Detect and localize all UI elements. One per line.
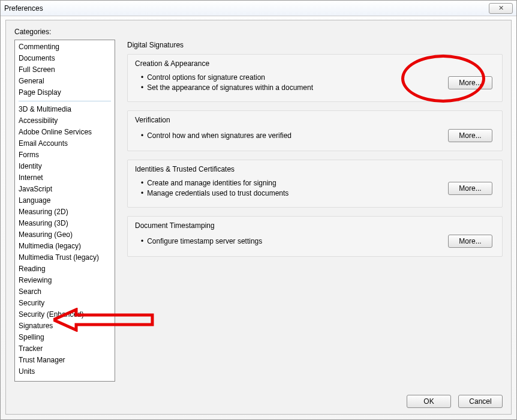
category-item[interactable]: Forms — [15, 149, 115, 161]
group-creation-appearance: Creation & Appearance Control options fo… — [127, 54, 503, 102]
category-item[interactable]: Trust Manager — [15, 355, 115, 366]
cancel-button[interactable]: Cancel — [458, 395, 503, 408]
category-item[interactable]: Tracker — [15, 343, 115, 355]
category-item[interactable]: 3D & Multimedia — [15, 104, 115, 115]
category-item[interactable]: Measuring (3D) — [15, 218, 115, 229]
category-item[interactable]: Multimedia Trust (legacy) — [15, 252, 115, 263]
category-item[interactable]: Internet — [15, 172, 115, 184]
category-item[interactable]: Identity — [15, 161, 115, 172]
window-title: Preferences — [4, 4, 43, 13]
settings-pane: Digital Signatures Creation & Appearance… — [127, 40, 503, 383]
category-item[interactable]: Units — [15, 366, 115, 377]
category-item[interactable]: Security (Enhanced) — [15, 309, 115, 320]
category-item[interactable]: Spelling — [15, 332, 115, 343]
group-bullets: Control options for signature creation S… — [135, 73, 441, 93]
category-item[interactable]: Email Accounts — [15, 138, 115, 149]
group-timestamping: Document Timestamping Configure timestam… — [127, 216, 503, 257]
category-item[interactable]: General — [15, 76, 115, 87]
bullet-item: Create and manage identities for signing — [141, 178, 441, 188]
group-bullets: Configure timestamp server settings — [135, 236, 441, 247]
category-item[interactable]: Full Screen — [15, 64, 115, 76]
dialog-footer: OK Cancel — [407, 395, 503, 408]
category-item[interactable]: Measuring (2D) — [15, 206, 115, 218]
more-button-timestamping[interactable]: More... — [448, 235, 492, 248]
ok-button[interactable]: OK — [407, 395, 451, 408]
bullet-item: Control how and when signatures are veri… — [141, 131, 441, 141]
category-item[interactable]: Reading — [15, 263, 115, 275]
bullet-item: Set the appearance of signatures within … — [141, 83, 441, 93]
category-item[interactable]: Search — [15, 286, 115, 298]
category-item[interactable]: Accessibility — [15, 115, 115, 127]
category-item-signatures[interactable]: Signatures — [15, 320, 115, 332]
category-item[interactable]: Commenting — [15, 41, 115, 53]
category-item[interactable]: Page Display — [15, 87, 115, 98]
group-title: Verification — [135, 116, 495, 124]
category-separator — [19, 101, 111, 101]
categories-list[interactable]: Commenting Documents Full Screen General… — [14, 40, 115, 382]
category-item[interactable]: Reviewing — [15, 275, 115, 286]
more-button-identities[interactable]: More... — [448, 182, 492, 195]
category-item[interactable]: Measuring (Geo) — [15, 229, 115, 241]
bullet-item: Manage credentials used to trust documen… — [141, 188, 441, 199]
category-item[interactable]: Language — [15, 195, 115, 206]
category-item[interactable]: Documents — [15, 53, 115, 64]
group-title: Identities & Trusted Certificates — [135, 165, 495, 173]
category-item[interactable]: JavaScript — [15, 184, 115, 195]
categories-label: Categories: — [14, 28, 503, 36]
group-title: Creation & Appearance — [135, 59, 495, 68]
close-button[interactable]: ✕ — [489, 3, 513, 14]
category-item[interactable]: Multimedia (legacy) — [15, 241, 115, 252]
group-title: Document Timestamping — [135, 221, 495, 230]
more-button-creation[interactable]: More... — [448, 76, 492, 89]
preferences-window: Preferences ✕ Categories: Commenting Doc… — [0, 0, 517, 420]
category-item[interactable]: Adobe Online Services — [15, 127, 115, 138]
bullet-item: Configure timestamp server settings — [141, 236, 441, 247]
group-verification: Verification Control how and when signat… — [127, 110, 503, 151]
group-bullets: Control how and when signatures are veri… — [135, 131, 441, 141]
group-identities: Identities & Trusted Certificates Create… — [127, 160, 503, 208]
pane-title: Digital Signatures — [127, 41, 503, 49]
titlebar: Preferences ✕ — [1, 1, 516, 16]
bullet-item: Control options for signature creation — [141, 73, 441, 83]
more-button-verification[interactable]: More... — [448, 129, 492, 142]
dialog-body: Categories: Commenting Documents Full Sc… — [5, 20, 512, 415]
close-icon: ✕ — [498, 4, 504, 12]
group-bullets: Create and manage identities for signing… — [135, 178, 441, 199]
category-item[interactable]: Security — [15, 298, 115, 309]
